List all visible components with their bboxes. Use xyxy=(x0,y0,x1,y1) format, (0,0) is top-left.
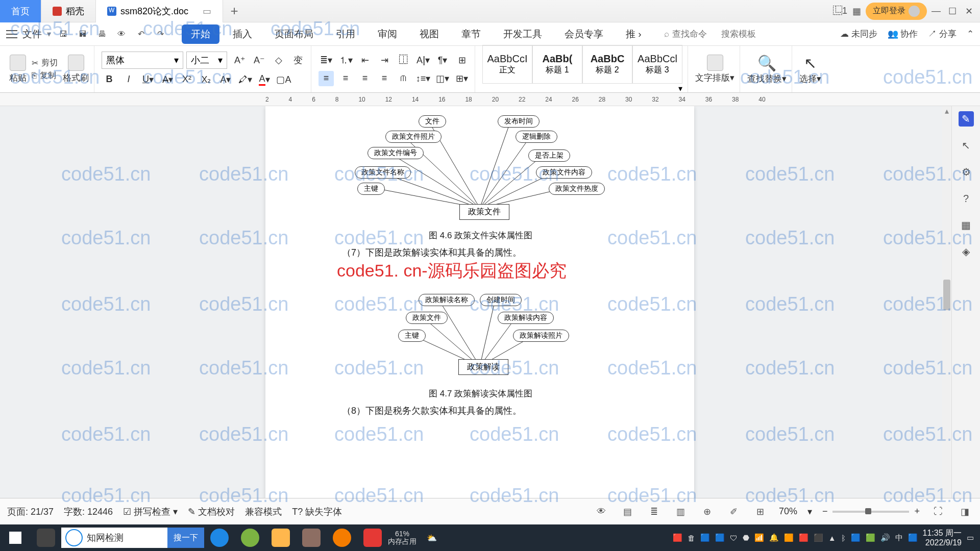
command-search[interactable]: ⌕ xyxy=(664,29,767,39)
indent-inc-button[interactable]: ⇥ xyxy=(377,53,392,68)
app-explorer[interactable] xyxy=(265,524,296,551)
tray-wifi-icon[interactable]: 📶 xyxy=(754,533,764,542)
memory-widget[interactable]: 61%内存占用 xyxy=(388,530,416,546)
bold-button[interactable]: B xyxy=(102,72,117,87)
align-left-button[interactable]: ≡ xyxy=(318,71,334,86)
show-marks-button[interactable]: ¶▾ xyxy=(435,53,450,68)
menu-ref[interactable]: 引用 xyxy=(327,24,364,44)
style-h3[interactable]: AaBbCcl标题 3 xyxy=(632,45,682,84)
paste-button[interactable]: 粘贴 xyxy=(9,55,27,84)
app-1[interactable] xyxy=(296,524,327,551)
taskbar-clock[interactable]: 11:35 周一2022/9/19 xyxy=(923,528,962,547)
read-mode-icon[interactable]: ▤ xyxy=(620,504,636,520)
tray-icon[interactable]: 🟦 xyxy=(715,533,725,542)
tray-bell-icon[interactable]: 🔔 xyxy=(769,533,779,542)
add-tab-button[interactable]: + xyxy=(223,3,246,19)
start-button[interactable] xyxy=(0,524,31,551)
underline-button[interactable]: U▾ xyxy=(140,72,156,87)
menu-more[interactable]: 推 › xyxy=(617,24,651,44)
tray-icon[interactable]: 🟦 xyxy=(908,533,918,542)
tray-notification-icon[interactable]: ▭ xyxy=(967,533,974,542)
sb-settings-icon[interactable]: ⚙ xyxy=(959,164,974,180)
minimize-button[interactable]: — xyxy=(929,4,943,18)
scroll-up-icon[interactable]: ▴ xyxy=(942,106,951,114)
menu-chapter[interactable]: 章节 xyxy=(452,24,490,44)
tray-icon[interactable]: ⬣ xyxy=(743,533,749,542)
tray-icon[interactable]: 🟦 xyxy=(700,533,710,542)
maximize-button[interactable]: ☐ xyxy=(945,4,960,18)
tray-bluetooth-icon[interactable]: ᛒ xyxy=(841,534,846,542)
web-layout-icon[interactable]: ▥ xyxy=(673,504,689,520)
word-count[interactable]: 字数: 12446 xyxy=(64,506,113,518)
style-h2[interactable]: AaBbC标题 2 xyxy=(582,45,632,84)
copilot-icon[interactable] xyxy=(31,524,61,551)
tab-dokker[interactable]: 稻壳 xyxy=(41,0,96,22)
tab-home[interactable]: 首页 xyxy=(0,0,41,22)
style-more-icon[interactable]: ▾ xyxy=(678,84,682,93)
panel-toggle-icon[interactable]: ◨ xyxy=(957,504,973,520)
fullscreen-icon[interactable]: ⛶ xyxy=(930,504,946,520)
annotate-icon[interactable]: ✐ xyxy=(726,504,742,520)
tray-icon[interactable]: 🟩 xyxy=(866,533,875,542)
print-layout-icon[interactable]: ⊕ xyxy=(699,504,716,520)
format-brush-button[interactable]: 格式刷 xyxy=(63,55,89,84)
scroll-thumb[interactable] xyxy=(943,280,950,310)
menu-review[interactable]: 审阅 xyxy=(369,24,406,44)
tray-icon[interactable]: ▲ xyxy=(828,534,836,542)
sort-button[interactable]: Aǀ▾ xyxy=(415,53,431,68)
menu-start[interactable]: 开始 xyxy=(182,24,219,44)
shading-button[interactable]: ◫▾ xyxy=(435,71,450,86)
close-button[interactable]: ✕ xyxy=(962,4,976,18)
qat-print-icon[interactable]: 🖶 xyxy=(95,27,109,41)
taskbar-search[interactable]: 知网检测 搜一下 xyxy=(61,528,204,548)
tray-icon[interactable]: 🟧 xyxy=(784,533,794,542)
bullets-button[interactable]: ≣▾ xyxy=(318,53,334,68)
align-right-button[interactable]: ≡ xyxy=(357,71,373,86)
document-area[interactable]: 文件 发布时间 政策文件照片 逻辑删除 政策文件编号 是否上架 政策文件名称 政… xyxy=(0,106,951,524)
spellcheck-toggle[interactable]: ☑ 拼写检查 ▾ xyxy=(123,506,178,518)
qat-undo-icon[interactable]: ↶ xyxy=(134,27,148,41)
system-tray[interactable]: 🟥 🗑 🟦 🟦 🛡 ⬣ 📶 🔔 🟧 🟥 ⬛ ▲ ᛒ 🟦 🟩 🔊 中 🟦 11:3… xyxy=(673,528,980,547)
char-border-button[interactable]: ▢A xyxy=(276,72,291,87)
style-gallery[interactable]: AaBbCcI正文 AaBb(标题 1 AaBbC标题 2 AaBbCcl标题 … xyxy=(482,45,682,84)
coop-button[interactable]: 👥 协作 xyxy=(888,28,918,40)
tray-icon[interactable]: ⬛ xyxy=(814,533,823,542)
weather-icon[interactable]: ⛅ xyxy=(416,524,447,551)
sync-status[interactable]: ☁ 未同步 xyxy=(840,28,877,40)
text-layout-button[interactable]: 文字排版▾ xyxy=(695,55,734,84)
asian-layout-button[interactable]: ⿰ xyxy=(396,53,411,68)
app-ie[interactable] xyxy=(204,524,235,551)
focus-mode-icon[interactable]: 👁 xyxy=(593,504,609,520)
menu-vip[interactable]: 会员专享 xyxy=(555,24,612,44)
app-2[interactable] xyxy=(327,524,357,551)
page-indicator[interactable]: 页面: 21/37 xyxy=(7,506,54,518)
strike-button[interactable]: A̶▾ xyxy=(160,72,175,87)
qat-preview-icon[interactable]: 👁 xyxy=(114,27,129,41)
tray-ime-icon[interactable]: 中 xyxy=(895,533,903,543)
qat-saveas-icon[interactable]: 🖬 xyxy=(76,27,90,41)
menu-layout[interactable]: 页面布局 xyxy=(265,24,323,44)
tray-volume-icon[interactable]: 🔊 xyxy=(880,533,890,542)
align-justify-button[interactable]: ≡ xyxy=(377,71,392,86)
missing-font[interactable]: T? 缺失字体 xyxy=(292,506,342,518)
numbering-button[interactable]: ⒈▾ xyxy=(338,53,353,68)
tray-icon[interactable]: 🟥 xyxy=(799,533,808,542)
qat-save-icon[interactable]: 🖫 xyxy=(56,27,70,41)
hamburger-icon[interactable] xyxy=(6,30,17,38)
sb-diamond-icon[interactable]: ◈ xyxy=(959,244,974,259)
italic-button[interactable]: I xyxy=(121,72,136,87)
sb-translate-icon[interactable]: ▦ xyxy=(959,217,974,233)
taskbar-search-go[interactable]: 搜一下 xyxy=(167,528,204,548)
sb-cursor-icon[interactable]: ↖ xyxy=(959,138,974,153)
vertical-scrollbar[interactable]: ▴ ▾ xyxy=(942,106,951,524)
find-replace-button[interactable]: 🔍查找替换▾ xyxy=(747,54,787,85)
copy-button[interactable]: ⎘ 复制 xyxy=(32,70,58,81)
tab-document[interactable]: ssm820论文.doc▭ xyxy=(96,0,223,22)
font-color-button[interactable]: A▾ xyxy=(257,72,272,87)
shrink-font-icon[interactable]: A⁻ xyxy=(252,53,267,68)
align-center-button[interactable]: ≡ xyxy=(338,71,353,86)
share-button[interactable]: ↗ 分享 xyxy=(928,28,957,40)
line-spacing-button[interactable]: ↕≡▾ xyxy=(415,71,431,86)
select-button[interactable]: ↖选择▾ xyxy=(799,54,821,85)
proofread-button[interactable]: ✎ 文档校对 xyxy=(188,506,235,518)
